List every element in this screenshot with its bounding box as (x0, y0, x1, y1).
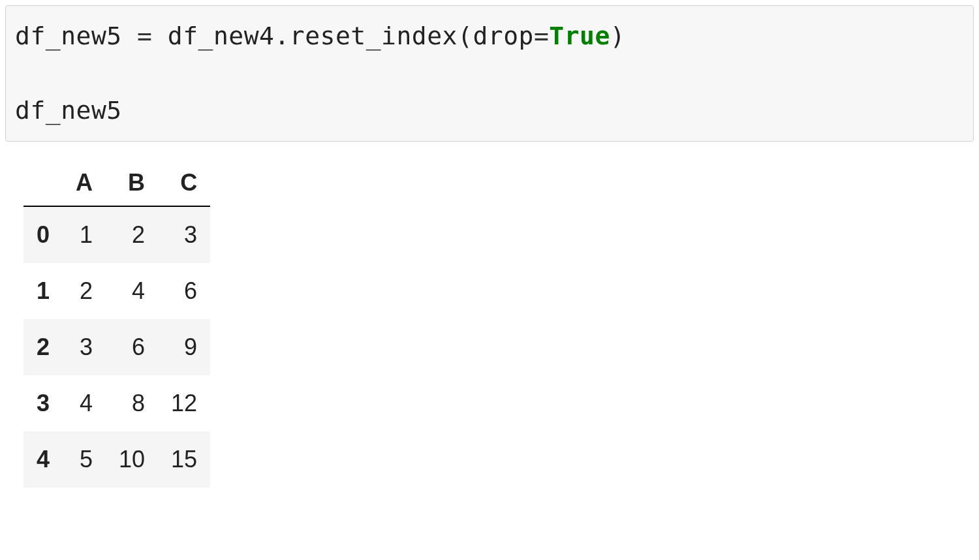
code-line2: df_new5 (15, 96, 122, 125)
cell: 15 (158, 431, 210, 488)
col-header: A (63, 160, 106, 206)
col-header: C (158, 160, 210, 206)
code-kwarg-eq: = (534, 22, 549, 50)
row-index: 3 (23, 375, 63, 431)
cell: 1 (63, 206, 106, 263)
cell: 10 (106, 431, 158, 488)
row-index: 0 (23, 206, 63, 263)
code-paren-close: ) (610, 22, 625, 50)
dataframe-table: A B C 0 1 2 3 1 2 4 6 2 3 6 9 (23, 160, 210, 488)
table-header-row: A B C (23, 160, 210, 206)
table-row: 1 2 4 6 (23, 263, 210, 319)
code-paren-open: ( (458, 22, 473, 50)
col-header: B (106, 160, 158, 206)
cell: 6 (158, 263, 210, 319)
code-kwarg-val: True (549, 22, 610, 50)
code-var-rhs: df_new4 (168, 22, 275, 50)
code-var: df_new5 (15, 22, 122, 50)
cell: 4 (106, 263, 158, 319)
code-kwarg-name: drop (473, 22, 534, 50)
cell: 8 (106, 375, 158, 431)
cell: 3 (158, 206, 210, 263)
code-assign: = (122, 22, 168, 50)
row-index: 1 (23, 263, 63, 319)
cell: 12 (158, 375, 210, 431)
table-row: 0 1 2 3 (23, 206, 210, 263)
code-input-cell[interactable]: df_new5 = df_new4.reset_index(drop=True)… (5, 5, 974, 142)
cell: 6 (106, 319, 158, 375)
code-dot: . (274, 22, 289, 50)
index-corner (23, 160, 63, 206)
cell: 3 (63, 319, 106, 375)
cell: 9 (158, 319, 210, 375)
table-row: 3 4 8 12 (23, 375, 210, 431)
row-index: 2 (23, 319, 63, 375)
row-index: 4 (23, 431, 63, 488)
cell: 2 (63, 263, 106, 319)
table-row: 2 3 6 9 (23, 319, 210, 375)
output-area: A B C 0 1 2 3 1 2 4 6 2 3 6 9 (0, 142, 979, 488)
table-row: 4 5 10 15 (23, 431, 210, 488)
cell: 4 (63, 375, 106, 431)
code-method: reset_index (290, 22, 458, 50)
cell: 2 (106, 206, 158, 263)
cell: 5 (63, 431, 106, 488)
